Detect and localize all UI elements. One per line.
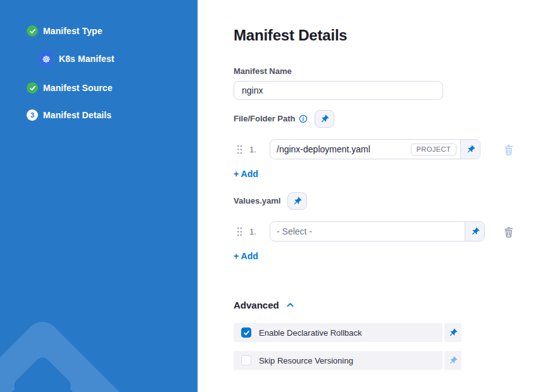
values-select-group: - Select -	[270, 221, 485, 242]
step-label: Manifest Details	[43, 110, 111, 120]
sidebar-step-manifest-details[interactable]: 3 Manifest Details	[27, 109, 198, 121]
file-folder-path-label-row: File/Folder Path	[234, 110, 533, 128]
delete-row-button[interactable]	[503, 225, 515, 238]
page-title: Manifest Details	[234, 27, 533, 44]
step-label: Manifest Type	[43, 26, 103, 36]
step-number-badge: 3	[27, 109, 38, 121]
harness-logo-watermark	[0, 297, 198, 392]
manifest-name-label: Manifest Name	[234, 66, 533, 77]
file-path-input[interactable]	[270, 140, 411, 159]
option-toggle[interactable]: Enable Declarative Rollback	[234, 323, 442, 342]
pin-button[interactable]	[444, 323, 461, 342]
step-label: Manifest Source	[43, 83, 113, 93]
option-row-skip-versioning: Skip Resource Versioning	[234, 351, 461, 370]
row-index: 1.	[249, 145, 262, 154]
info-icon[interactable]	[299, 114, 308, 123]
values-select[interactable]: - Select -	[270, 222, 465, 241]
row-index: 1.	[249, 227, 262, 236]
add-file-path-link[interactable]: + Add	[234, 169, 258, 179]
pin-button[interactable]	[315, 110, 334, 128]
values-yaml-label-row: Values.yaml	[234, 192, 533, 210]
drag-handle-icon[interactable]	[237, 145, 242, 154]
option-row-declarative-rollback: Enable Declarative Rollback	[234, 323, 461, 342]
kubernetes-helm-icon: ☸	[39, 52, 53, 66]
option-label: Skip Resource Versioning	[259, 356, 353, 365]
sidebar-step-manifest-source[interactable]: Manifest Source	[27, 82, 198, 94]
values-yaml-label: Values.yaml	[234, 196, 280, 206]
add-values-yaml-link[interactable]: + Add	[234, 251, 258, 261]
wizard-sidebar: Manifest Type ☸ K8s Manifest Manifest So…	[0, 0, 198, 392]
check-icon	[27, 82, 38, 94]
pin-button[interactable]	[460, 140, 480, 159]
manifest-details-panel: Manifest Details Manifest Name File/Fold…	[198, 0, 533, 392]
chevron-up-icon	[285, 300, 295, 310]
scope-badge: PROJECT	[411, 144, 456, 156]
option-label: Enable Declarative Rollback	[259, 328, 362, 338]
pin-button[interactable]	[287, 192, 307, 210]
check-icon	[27, 25, 38, 37]
values-yaml-row: 1. - Select -	[234, 221, 515, 242]
file-path-input-group: PROJECT	[270, 139, 480, 159]
delete-row-button[interactable]	[503, 143, 515, 156]
pin-button[interactable]	[465, 222, 484, 241]
drag-handle-icon[interactable]	[237, 227, 242, 236]
advanced-title: Advanced	[234, 300, 279, 310]
pin-button[interactable]	[444, 351, 461, 370]
file-path-row: 1. PROJECT	[234, 139, 515, 159]
manifest-name-input[interactable]	[234, 81, 443, 100]
file-folder-path-label: File/Folder Path	[234, 114, 296, 124]
sidebar-step-manifest-type[interactable]: Manifest Type	[27, 25, 198, 37]
checkbox[interactable]	[241, 355, 251, 365]
substep-label: K8s Manifest	[59, 54, 115, 64]
checkbox[interactable]	[241, 328, 251, 338]
advanced-section-toggle[interactable]: Advanced	[234, 300, 533, 310]
option-toggle[interactable]: Skip Resource Versioning	[234, 351, 442, 370]
sidebar-substep-k8s-manifest[interactable]: ☸ K8s Manifest	[39, 52, 198, 66]
